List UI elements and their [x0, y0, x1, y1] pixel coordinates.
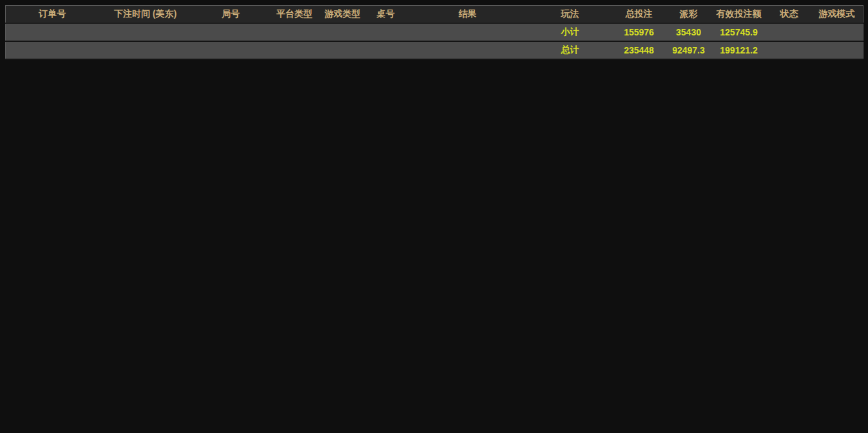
grandtotal-label: 总计 [530, 41, 611, 59]
footer-total-bet: 235448 [611, 41, 668, 59]
column-header-total-bet: 总投注 [611, 6, 668, 24]
footer-spacer [6, 41, 530, 59]
footer-valid-bet: 125745.9 [710, 23, 768, 41]
column-header-game-mode: 游戏模式 [811, 6, 863, 24]
table-header: 订单号下注时间 (美东)局号平台类型游戏类型桌号结果玩法总投注派彩有效投注额状态… [6, 6, 863, 24]
column-header-order-no: 订单号 [6, 6, 99, 24]
table-footer: 小计15597635430125745.9总计23544892497.31991… [6, 23, 863, 59]
footer-payout: 92497.3 [668, 41, 710, 59]
column-header-game-type: 游戏类型 [320, 6, 366, 24]
column-header-round-no: 局号 [192, 6, 270, 24]
footer-spacer [6, 23, 530, 41]
column-header-valid-bet: 有效投注额 [710, 6, 768, 24]
column-header-table-no: 桌号 [366, 6, 406, 24]
footer-valid-bet: 199121.2 [710, 41, 768, 59]
column-header-status: 状态 [768, 6, 811, 24]
column-header-payout: 派彩 [668, 6, 710, 24]
footer-status-empty [768, 23, 811, 41]
header-row: 订单号下注时间 (美东)局号平台类型游戏类型桌号结果玩法总投注派彩有效投注额状态… [6, 6, 863, 24]
subtotal-row: 小计15597635430125745.9 [6, 23, 863, 41]
column-header-bet-time: 下注时间 (美东) [99, 6, 192, 24]
grandtotal-row: 总计23544892497.3199121.2 [6, 41, 863, 59]
column-header-play: 玩法 [530, 6, 611, 24]
footer-mode-empty [811, 23, 863, 41]
footer-payout: 35430 [668, 23, 710, 41]
bet-records-table: 订单号下注时间 (美东)局号平台类型游戏类型桌号结果玩法总投注派彩有效投注额状态… [5, 5, 863, 60]
subtotal-label: 小计 [530, 23, 611, 41]
footer-status-empty [768, 41, 811, 59]
column-header-result: 结果 [406, 6, 530, 24]
footer-mode-empty [811, 41, 863, 59]
footer-total-bet: 155976 [611, 23, 668, 41]
column-header-platform: 平台类型 [270, 6, 320, 24]
